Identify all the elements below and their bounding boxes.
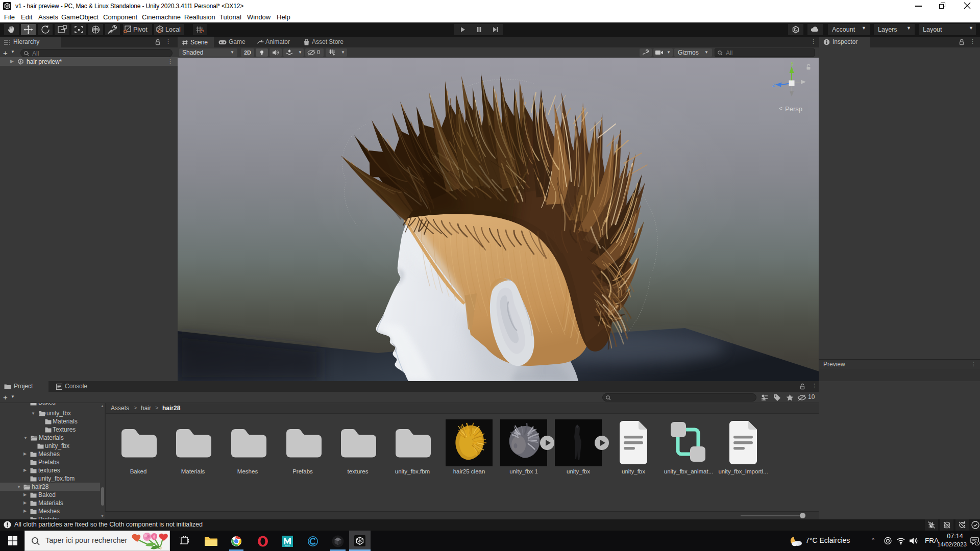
svg-text:˂: ˂ [779, 105, 782, 112]
svg-text:1: 1 [976, 541, 978, 545]
svg-text:Persp: Persp [785, 105, 802, 113]
svg-text:y: y [791, 60, 794, 66]
svg-text:z: z [772, 82, 775, 88]
svg-text:MAYA: MAYA [285, 545, 290, 547]
